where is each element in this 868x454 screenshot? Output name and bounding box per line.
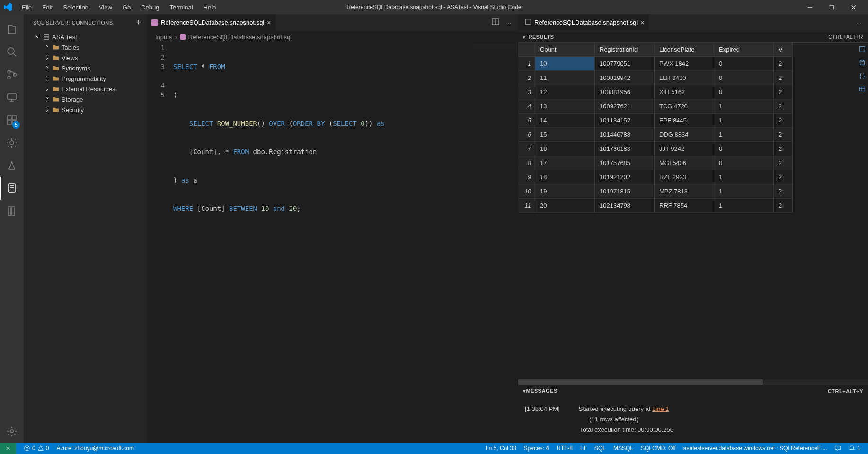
row-number[interactable]: 9 <box>518 170 535 184</box>
grid-row[interactable]: 15101446788DDG 883412 <box>535 128 868 142</box>
code-content[interactable]: SELECT * FROM ( SELECT ROW_NUMBER() OVER… <box>173 43 385 232</box>
source-control-icon[interactable] <box>0 63 24 86</box>
tree-item-programmability[interactable]: Programmability <box>24 73 147 84</box>
row-number[interactable]: 7 <box>518 142 535 156</box>
remote-window-button[interactable] <box>0 443 16 454</box>
menu-selection[interactable]: Selection <box>58 2 93 13</box>
results-grid[interactable]: 1234567891011 Count RegistrationId Licen… <box>518 42 868 213</box>
grid-row[interactable]: 18101921202RZL 292312 <box>535 170 868 184</box>
breadcrumb-item[interactable]: Inputs <box>155 34 172 41</box>
menu-go[interactable]: Go <box>118 2 135 13</box>
svg-rect-20 <box>8 207 11 215</box>
col-header-licenseplate[interactable]: LicensePlate <box>655 43 714 57</box>
indentation[interactable]: Spaces: 4 <box>520 445 553 452</box>
row-number[interactable]: 8 <box>518 156 535 170</box>
maximize-button[interactable] <box>821 0 842 14</box>
chevron-right-icon: › <box>175 34 177 41</box>
editor-tab[interactable]: ReferenceSQLDatabase.snapshot.sql × <box>147 14 276 31</box>
row-number[interactable]: 10 <box>518 184 535 199</box>
save-json-icon[interactable] <box>858 71 867 80</box>
server-status[interactable]: asatestserver.database.windows.net : SQL… <box>680 445 831 452</box>
row-number[interactable]: 5 <box>518 114 535 128</box>
azure-icon[interactable] <box>0 154 24 177</box>
grid-row[interactable]: 10100779051PWX 184202 <box>535 57 868 71</box>
search-icon[interactable] <box>0 41 24 63</box>
encoding[interactable]: UTF-8 <box>553 445 576 452</box>
add-connection-icon[interactable]: + <box>136 17 141 27</box>
results-pane: ReferenceSQLDatabase.snapshot.sql × ··· … <box>518 14 868 443</box>
grid-row[interactable]: 12100881956XIH 516202 <box>535 85 868 99</box>
save-excel-icon[interactable] <box>858 84 867 94</box>
row-number[interactable]: 1 <box>518 57 535 71</box>
cursor-position[interactable]: Ln 5, Col 33 <box>482 445 520 452</box>
row-number[interactable]: 4 <box>518 99 535 114</box>
menu-view[interactable]: View <box>94 2 117 13</box>
menu-help[interactable]: Help <box>199 2 221 13</box>
results-section-header[interactable]: ▾RESULTS CTRL+ALT+R <box>518 31 868 42</box>
menu-terminal[interactable]: Terminal <box>165 2 197 13</box>
col-header-registrationid[interactable]: RegistrationId <box>595 43 655 57</box>
grid-row[interactable]: 20102134798RRF 785412 <box>535 199 868 213</box>
minimize-button[interactable] <box>799 0 821 14</box>
sql-server-icon[interactable] <box>0 177 24 200</box>
menu-debug[interactable]: Debug <box>136 2 164 13</box>
maximize-grid-icon[interactable] <box>858 44 867 54</box>
save-csv-icon[interactable] <box>858 58 867 67</box>
col-header-count[interactable]: Count <box>535 43 595 57</box>
tree-item-synonyms[interactable]: Synonyms <box>24 63 147 73</box>
folder-icon <box>52 54 60 61</box>
books-icon[interactable] <box>0 200 24 222</box>
eol[interactable]: LF <box>576 445 591 452</box>
grid-row[interactable]: 16101730183JJT 924202 <box>535 142 868 156</box>
code-editor[interactable]: 12345 SELECT * FROM ( SELECT ROW_NUMBER(… <box>147 43 518 232</box>
more-actions-icon[interactable]: ··· <box>856 19 861 26</box>
tree-item-storage[interactable]: Storage <box>24 94 147 105</box>
sqlcmd-status[interactable]: SQLCMD: Off <box>637 445 680 452</box>
mssql-status[interactable]: MSSQL <box>610 445 637 452</box>
extensions-icon[interactable]: 5 <box>0 109 24 131</box>
grid-row[interactable]: 13100927621TCG 472012 <box>535 99 868 114</box>
minimap[interactable] <box>470 43 518 232</box>
split-editor-icon[interactable] <box>492 18 499 27</box>
close-button[interactable] <box>842 0 864 14</box>
svg-rect-12 <box>8 116 11 120</box>
more-actions-icon[interactable]: ··· <box>506 19 511 26</box>
grid-row[interactable]: 11100819942LLR 343002 <box>535 71 868 85</box>
col-header-expired[interactable]: Expired <box>714 43 774 57</box>
language-mode[interactable]: SQL <box>591 445 610 452</box>
message-link[interactable]: Line 1 <box>652 405 669 412</box>
tree-root[interactable]: ASA Test <box>24 32 147 42</box>
messages-section-header[interactable]: ▾MESSAGES CTRL+ALT+Y <box>518 385 868 396</box>
row-number[interactable]: 2 <box>518 71 535 85</box>
results-tab[interactable]: ReferenceSQLDatabase.snapshot.sql × <box>518 14 649 31</box>
sidebar-header: SQL SERVER: CONNECTIONS + <box>24 14 147 31</box>
breadcrumbs[interactable]: Inputs › ReferenceSQLDatabase.snapshot.s… <box>147 31 518 43</box>
breadcrumb-item[interactable]: ReferenceSQLDatabase.snapshot.sql <box>188 34 292 41</box>
azure-account[interactable]: Azure: zhouyu@microsoft.com <box>53 445 138 452</box>
close-tab-icon[interactable]: × <box>267 19 271 26</box>
grid-row[interactable]: 19101971815MPZ 781312 <box>535 184 868 199</box>
close-tab-icon[interactable]: × <box>640 19 644 26</box>
message-text: Started executing query at <box>579 405 652 412</box>
grid-row[interactable]: 17101757685MGI 540602 <box>535 156 868 170</box>
problems-button[interactable]: 0 0 <box>20 445 53 452</box>
feedback-icon[interactable] <box>831 445 845 452</box>
menu-edit[interactable]: Edit <box>37 2 57 13</box>
tree-item-tables[interactable]: Tables <box>24 42 147 52</box>
menu-file[interactable]: File <box>17 2 36 13</box>
row-number[interactable]: 6 <box>518 128 535 142</box>
horizontal-scrollbar[interactable] <box>518 379 868 385</box>
tree-item-views[interactable]: Views <box>24 52 147 63</box>
explorer-icon[interactable] <box>0 18 24 41</box>
grid-row[interactable]: 14101134152EPF 844512 <box>535 114 868 128</box>
tree-item-security[interactable]: Security <box>24 105 147 115</box>
debug-icon[interactable] <box>0 131 24 154</box>
notifications-button[interactable]: 1 <box>845 445 864 452</box>
settings-gear-icon[interactable] <box>0 420 24 443</box>
col-header-extra[interactable]: V <box>774 43 793 57</box>
tree-item-external-resources[interactable]: External Resources <box>24 84 147 94</box>
remote-explorer-icon[interactable] <box>0 86 24 109</box>
row-number[interactable]: 3 <box>518 85 535 99</box>
svg-rect-24 <box>44 37 49 39</box>
row-number[interactable]: 11 <box>518 199 535 213</box>
